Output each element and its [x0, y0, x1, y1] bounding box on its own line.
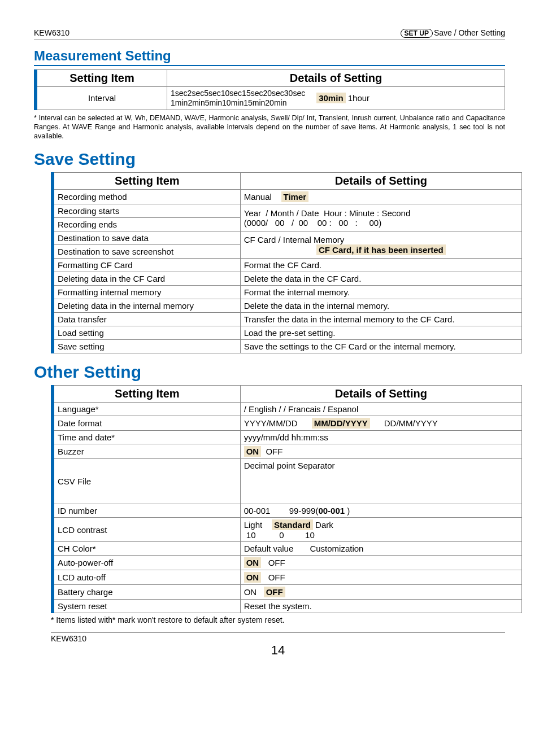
measurement-title: Measurement Setting — [34, 48, 505, 66]
interval-options: 1sec2sec5sec10sec15sec20sec30sec 1min2mi… — [167, 87, 505, 110]
other-title: Other Setting — [34, 362, 505, 382]
measurement-table: Setting Item Details of Setting Interval… — [34, 69, 505, 110]
save-title: Save Setting — [34, 150, 505, 169]
measurement-footnote: * Interval can be selected at W, Wh, DEM… — [34, 113, 505, 141]
header-left: KEW6310 — [34, 28, 69, 37]
other-table: Setting Item Details of Setting Language… — [51, 385, 522, 613]
footer-model: KEW6310 — [51, 634, 86, 643]
col-setting-item: Setting Item — [36, 70, 167, 87]
interval-selected: 30min — [316, 93, 345, 103]
interval-label: Interval — [36, 87, 167, 110]
setup-pill: SET UP — [401, 29, 433, 38]
other-footnote: * Items listed with* mark won't restore … — [51, 615, 505, 624]
save-table: Setting Item Details of Setting Recordin… — [51, 172, 522, 353]
col-details: Details of Setting — [167, 70, 505, 87]
page-number: 14 — [271, 643, 285, 657]
page-header: KEW6310 SET UPSave / Other Setting — [34, 28, 505, 40]
header-right: SET UPSave / Other Setting — [401, 28, 505, 37]
